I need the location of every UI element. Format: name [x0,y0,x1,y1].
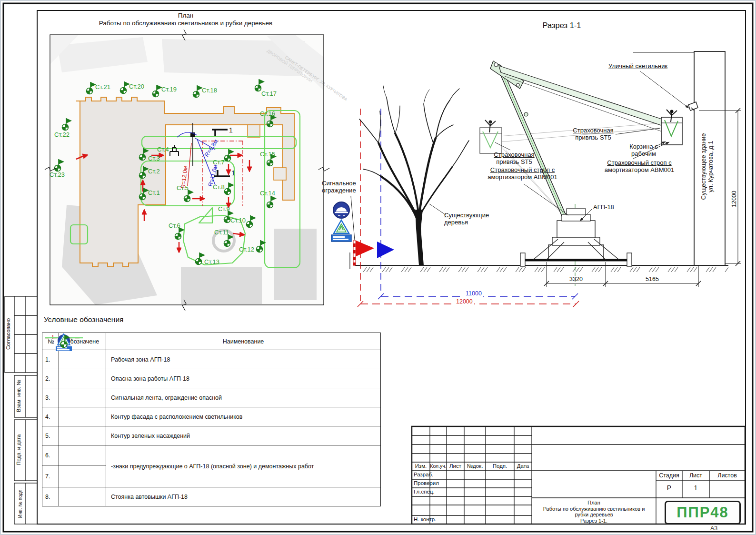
svg-text:Ст.16: Ст.16 [260,110,275,117]
building-label: Существующее зданиеул. Курчатова, д.1 [700,113,714,220]
svg-text:Ст.6: Ст.6 [169,222,180,229]
legend-row: 3. Сигнальная лента, ограждение опасной [42,388,381,407]
margin-vzam-label: Взам. инв. № [16,375,21,416]
svg-text:Ст.17: Ст.17 [261,90,277,97]
svg-text:Ст.8: Ст.8 [213,183,225,191]
svg-text:Ст.2: Ст.2 [148,168,160,175]
svg-text:Ст.3: Ст.3 [148,155,160,162]
dim-11000: 11000 [464,290,483,297]
svg-text:Ст.13: Ст.13 [204,258,219,265]
tb-nkontr: Н. контр. [414,516,436,522]
tb-col-ndok: №док. [464,463,486,469]
blue-flag [377,242,394,258]
legend-row: 6. -знаки предупреждающие о АГП-18 (опас… [42,445,381,465]
work-basket-right [661,110,682,145]
plan-subtitle: Работы по обслуживанию светильников и ру… [98,20,274,27]
legend-row: 8. Стоянка автовышки АГП-18 [42,487,381,506]
svg-text:Ст.7: Ст.7 [213,159,225,166]
dim-12000-vertical: 12000 [731,191,737,207]
tb-razrab: Разраб. [414,472,433,477]
harness-label-left: Страховочнаяпривязь ST5 [490,151,538,165]
tb-stage-value: Р [656,484,682,492]
svg-text:Ст.4: Ст.4 [157,146,169,153]
margin-inv-label: Инв. № подл. [17,483,24,523]
svg-text:Ст.19: Ст.19 [161,86,177,93]
svg-text:Ст.9: Ст.9 [218,205,230,212]
tb-sheets-label: Листов [709,472,745,479]
svg-text:Ст.12: Ст.12 [239,246,254,253]
ppr48-logo: ППР48 [665,501,741,525]
svg-text:Ст.22: Ст.22 [54,131,70,138]
tb-doc-name: План Работы по обслуживанию светильников… [533,500,655,524]
signal-fence-label: Сигнальноеограждение [322,180,356,194]
station-marker: Ст.4 [157,146,169,153]
svg-text:Ст.14: Ст.14 [260,190,275,197]
cut-number-top: 1 [229,126,233,134]
existing-tree [359,86,469,265]
tb-stage-label: Стадия [656,472,682,479]
cut-number-bottom: 1 [231,169,235,177]
tb-sheet-value: 1 [682,484,709,492]
svg-text:Ст.10: Ст.10 [230,217,246,224]
safety-signs [328,200,362,248]
strop-label-right: Страховочный строп самортизатором АВМ001 [599,159,680,173]
legend-row: 2. Опасна зона работы АГП-18 [42,369,381,388]
svg-text:Ст.18: Ст.18 [202,87,217,94]
margin-approved-label: Согласовано [5,296,11,372]
svg-text:Ст.1: Ст.1 [148,189,160,196]
ground-hatch [356,266,728,272]
dim-12000-horizontal: 12000 [455,298,474,305]
trees-label: Существующиедеревья [444,212,489,226]
svg-text:Ст.11: Ст.11 [214,229,229,236]
svg-text:Ст.5: Ст.5 [177,184,189,192]
legend-row: 4. Контур фасада с расположением светиль… [42,407,381,426]
tb-col-izm: Изм. [413,463,429,469]
street-lamp-label: Уличный светильник [608,62,667,70]
basket-label: Корзина срабочим [626,143,662,157]
svg-text:Ст.20: Ст.20 [129,83,144,90]
tb-glspec: Гл.спец. [414,489,435,495]
format-label: А3 [710,525,717,532]
plan-map: САНКТ-ПЕТЕРБУРГ, УЛ. КУРЧАТОВА ДВОРОВОЙ … [45,30,348,311]
hardhat-sign-icon [333,202,349,218]
svg-text:Ст.23: Ст.23 [50,171,65,178]
legend-table: № Обозначене Наименование 1. Рабочая зон… [42,333,381,506]
svg-text:Ст.21: Ст.21 [95,83,110,91]
plan-title: План [114,12,257,19]
info-plate-icon [331,235,351,242]
tb-col-list: Лист [447,463,464,469]
work-basket-left [480,120,502,153]
drawing-sheet: САНКТ-ПЕТЕРБУРГ, УЛ. КУРЧАТОВА ДВОРОВОЙ … [0,0,756,535]
tb-col-podp: Подп. [486,463,514,469]
legend-title: Условные обозначения [44,316,123,323]
legend-header-row: № Обозначене Наименование [42,333,381,350]
strop-label-left: Страховочный строп самортизатором АВМ001 [478,166,567,181]
warning-triangle-icon [334,220,349,233]
svg-text:Ст.15: Ст.15 [260,151,275,158]
section-title: Разрез 1-1 [521,22,602,29]
legend-row: 1. Рабочая зона АГП-18 [42,350,381,369]
dim-3320: 3320 [569,276,583,283]
harness-label-center: Страховочнаяпривязь ST5 [569,127,617,141]
station-marker-symbol [42,333,85,349]
margin-podp-label: Подп. и дата [16,420,21,480]
legend-row: 5. Контур зеленых насаждений [42,426,381,445]
dim-5165: 5165 [646,276,659,283]
tb-proveril: Проверил [414,480,439,486]
tb-col-koluch: Кол.уч. [430,463,447,469]
tb-col-data: Дата [514,463,532,469]
tb-sheet-label: Лист [682,472,709,479]
crane-model-label: АГП-18 [593,203,614,211]
